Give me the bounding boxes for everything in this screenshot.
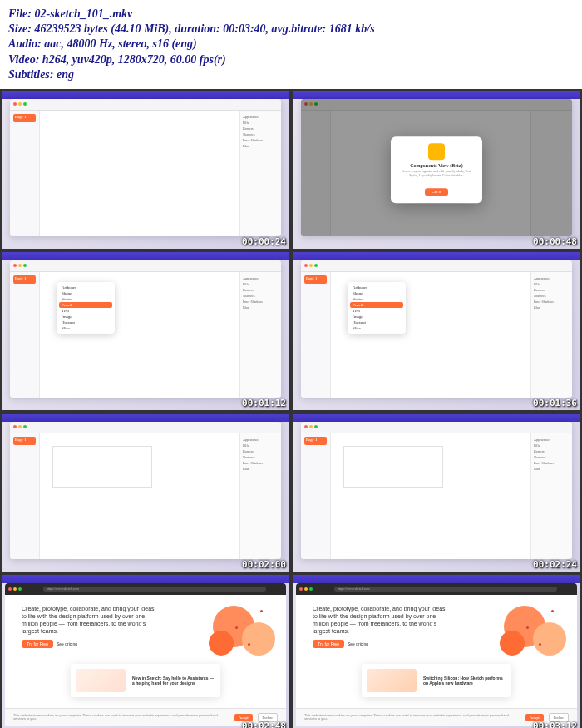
menu-item[interactable]: Artboard [350,285,403,290]
insert-menu[interactable]: ArtboardShapeVectorPencilTextImageHotspo… [57,282,115,334]
thumbnail-grid: Page 1 AppearanceFillsBordersShadowsInne… [0,89,582,728]
menu-item[interactable]: Pencil [59,302,112,308]
insert-menu[interactable]: ArtboardShapeVectorPencilTextImageHotspo… [348,282,406,334]
modal-button[interactable]: Got it [425,188,448,196]
macos-menubar [2,91,289,99]
cta-button[interactable]: Try for Free [22,640,53,648]
menu-item[interactable]: Hotspot [350,319,403,325]
menu-item[interactable]: Shape [59,290,112,296]
timestamp: 00:00:24 [242,236,286,247]
artboard [343,446,443,488]
hero-text: Create, prototype, collaborate, and brin… [22,605,158,635]
thumbnail[interactable]: https://www.sketch.com Create, prototype… [2,575,289,728]
menu-item[interactable]: Hotspot [59,319,112,325]
menu-item[interactable]: Image [350,314,403,319]
pricing-link[interactable]: See pricing [57,641,77,646]
artboard [52,446,152,488]
page-item: Page 1 [13,114,36,122]
thumbnail[interactable]: Page 1 AppearanceFillsBordersShadowsInne… [2,414,289,572]
menu-item[interactable]: Vector [59,296,112,302]
menu-item[interactable]: Pencil [350,302,403,308]
thumbnail[interactable]: https://www.sketch.com Create, prototype… [293,575,580,728]
menu-item[interactable]: Image [59,314,112,319]
menu-item[interactable]: Vector [350,296,403,302]
menu-item[interactable]: Artboard [59,285,112,290]
feature-card[interactable]: New in Sketch: Say hello to Assistants —… [71,664,220,697]
thumbnail[interactable]: Page 1 ArtboardShapeVectorPencilTextImag… [293,252,580,410]
thumbnail[interactable]: Page 1 ArtboardShapeVectorPencilTextImag… [2,252,289,410]
thumbnail[interactable]: Page 1 AppearanceFillsBordersShadowsInne… [293,414,580,572]
sketch-window: Page 1 AppearanceFillsBordersShadowsInne… [10,99,281,236]
thumbnail[interactable]: Page 1 AppearanceFillsBordersShadowsInne… [2,91,289,249]
menu-item[interactable]: Shape [350,290,403,296]
menu-item[interactable]: Text [350,308,403,314]
sketch-icon [428,143,445,160]
menu-item[interactable]: Slice [350,325,403,331]
address-bar[interactable]: https://www.sketch.com [43,587,266,592]
media-info: File: 02-sketch_101_.mkv Size: 46239523 … [0,0,582,89]
menu-item[interactable]: Text [59,308,112,314]
browser-window: https://www.sketch.com Create, prototype… [5,583,286,726]
modal-dialog: Components View (Beta) A new way to orga… [391,136,482,203]
thumbnail[interactable]: Components View (Beta) A new way to orga… [293,91,580,249]
feature-card[interactable]: Switching Silicon: How Sketch performs o… [362,664,511,697]
file-name: 02-sketch_101_.mkv [35,7,133,20]
menu-item[interactable]: Slice [59,325,112,331]
